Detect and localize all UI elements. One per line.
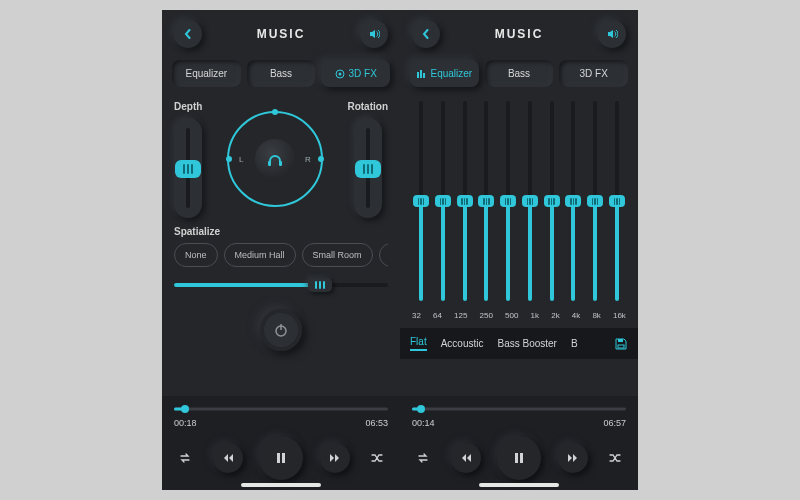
- volume-button[interactable]: [598, 20, 626, 48]
- rewind-button[interactable]: [213, 443, 243, 473]
- svg-rect-2: [268, 161, 271, 166]
- phone-3dfx: MUSIC Equalizer Bass 3D FX Depth L R: [162, 10, 400, 490]
- eq-band-label: 125: [454, 311, 467, 320]
- spatialize-option-more[interactable]: Med: [379, 243, 388, 267]
- save-preset-button[interactable]: [614, 337, 628, 351]
- headphone-icon: [255, 139, 295, 179]
- volume-button[interactable]: [360, 20, 388, 48]
- home-indicator: [479, 483, 559, 487]
- eq-band-4k[interactable]: [564, 101, 582, 301]
- tab-bass[interactable]: Bass: [247, 60, 316, 87]
- eq-band-16k[interactable]: [608, 101, 626, 301]
- tab-3dfx[interactable]: 3D FX: [321, 60, 390, 87]
- spatialize-option-medium-hall[interactable]: Medium Hall: [224, 243, 296, 267]
- svg-rect-11: [618, 339, 623, 342]
- shuffle-button[interactable]: [604, 447, 626, 469]
- power-icon: [273, 322, 289, 338]
- eq-band-1k[interactable]: [521, 101, 539, 301]
- spatialize-option-small-room[interactable]: Small Room: [302, 243, 373, 267]
- play-pause-button[interactable]: [259, 436, 303, 480]
- spatialize-label: Spatialize: [174, 226, 388, 237]
- player-bar: 00:18 06:53: [162, 396, 400, 490]
- depth-label: Depth: [174, 101, 202, 112]
- pan-dial[interactable]: L R: [227, 111, 323, 207]
- eq-preset-more[interactable]: B: [571, 338, 578, 349]
- equalizer-icon: [416, 69, 426, 79]
- pan-left-label: L: [239, 155, 243, 164]
- eq-band-500[interactable]: [499, 101, 517, 301]
- time-total: 06:57: [603, 418, 626, 428]
- eq-band-label: 64: [433, 311, 442, 320]
- forward-button[interactable]: [558, 443, 588, 473]
- eq-band-64[interactable]: [434, 101, 452, 301]
- tab-equalizer[interactable]: Equalizer: [172, 60, 241, 87]
- spatialize-option-none[interactable]: None: [174, 243, 218, 267]
- svg-rect-14: [520, 453, 523, 463]
- svg-rect-12: [618, 345, 624, 348]
- shuffle-button[interactable]: [366, 447, 388, 469]
- spatialize-slider[interactable]: [174, 277, 388, 293]
- rotation-label: Rotation: [347, 101, 388, 112]
- forward-button[interactable]: [320, 443, 350, 473]
- page-title: MUSIC: [495, 27, 544, 41]
- svg-rect-3: [279, 161, 282, 166]
- svg-rect-6: [277, 453, 280, 463]
- repeat-button[interactable]: [174, 447, 196, 469]
- depth-slider[interactable]: [174, 118, 202, 218]
- eq-band-label: 4k: [572, 311, 580, 320]
- eq-band-label: 500: [505, 311, 518, 320]
- page-title: MUSIC: [257, 27, 306, 41]
- rotation-slider[interactable]: [354, 118, 382, 218]
- svg-rect-10: [423, 73, 425, 78]
- progress-slider[interactable]: [412, 404, 626, 414]
- repeat-button[interactable]: [412, 447, 434, 469]
- progress-slider[interactable]: [174, 404, 388, 414]
- back-button[interactable]: [174, 20, 202, 48]
- eq-band-125[interactable]: [456, 101, 474, 301]
- pause-icon: [512, 451, 526, 465]
- eq-band-label: 16k: [613, 311, 626, 320]
- eq-band-8k[interactable]: [586, 101, 604, 301]
- tab-bass[interactable]: Bass: [485, 60, 554, 87]
- eq-band-2k[interactable]: [543, 101, 561, 301]
- eq-band-32[interactable]: [412, 101, 430, 301]
- eq-preset-flat[interactable]: Flat: [410, 336, 427, 351]
- svg-rect-7: [282, 453, 285, 463]
- power-button[interactable]: [260, 309, 302, 351]
- time-elapsed: 00:14: [412, 418, 435, 428]
- svg-rect-8: [417, 72, 419, 78]
- rewind-button[interactable]: [451, 443, 481, 473]
- svg-rect-9: [420, 70, 422, 78]
- fx-icon: [335, 69, 345, 79]
- pan-right-label: R: [305, 155, 311, 164]
- back-button[interactable]: [412, 20, 440, 48]
- eq-band-label: 250: [480, 311, 493, 320]
- pause-icon: [274, 451, 288, 465]
- tab-3dfx[interactable]: 3D FX: [559, 60, 628, 87]
- time-total: 06:53: [365, 418, 388, 428]
- eq-band-label: 32: [412, 311, 421, 320]
- eq-preset-bass-booster[interactable]: Bass Booster: [497, 338, 556, 349]
- player-bar: 00:14 06:57: [400, 396, 638, 490]
- svg-point-1: [338, 72, 341, 75]
- eq-band-label: 1k: [531, 311, 539, 320]
- eq-band-label: 2k: [551, 311, 559, 320]
- svg-rect-13: [515, 453, 518, 463]
- time-elapsed: 00:18: [174, 418, 197, 428]
- eq-band-label: 8k: [592, 311, 600, 320]
- eq-preset-accoustic[interactable]: Accoustic: [441, 338, 484, 349]
- phone-equalizer: MUSIC Equalizer Bass 3D FX 3264125250500…: [400, 10, 638, 490]
- save-icon: [614, 337, 628, 351]
- tab-equalizer[interactable]: Equalizer: [410, 60, 479, 87]
- home-indicator: [241, 483, 321, 487]
- play-pause-button[interactable]: [497, 436, 541, 480]
- eq-band-250[interactable]: [477, 101, 495, 301]
